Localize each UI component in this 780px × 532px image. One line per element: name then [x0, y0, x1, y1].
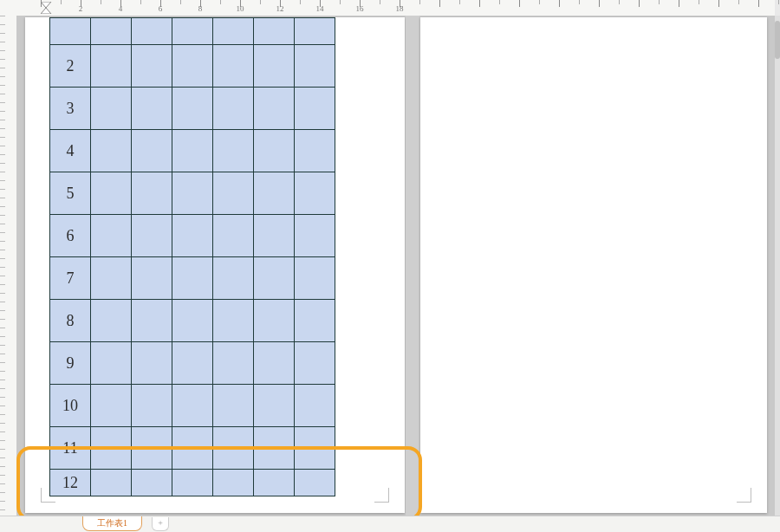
table-cell[interactable]: [213, 300, 254, 342]
page-2[interactable]: [420, 17, 767, 513]
row-header-cell[interactable]: 4: [50, 130, 91, 172]
table-cell[interactable]: [172, 257, 213, 300]
table-cell[interactable]: [172, 385, 213, 427]
table-cell[interactable]: [254, 427, 295, 470]
table-cell[interactable]: [295, 172, 335, 215]
table-cell[interactable]: [172, 172, 213, 215]
table-cell[interactable]: [295, 342, 335, 385]
table-cell[interactable]: [213, 215, 254, 257]
row-header-cell[interactable]: 9: [50, 342, 91, 385]
table-cell[interactable]: [254, 18, 295, 45]
table-cell[interactable]: [254, 342, 295, 385]
table-cell[interactable]: [91, 172, 132, 215]
row-header-cell[interactable]: 6: [50, 215, 91, 257]
table-cell[interactable]: [91, 130, 132, 172]
table-cell[interactable]: [213, 342, 254, 385]
table-row[interactable]: 6: [50, 215, 335, 257]
row-header-cell[interactable]: 8: [50, 300, 91, 342]
table-cell[interactable]: [213, 257, 254, 300]
table-row[interactable]: 12: [50, 470, 335, 496]
indent-marker-icon[interactable]: [41, 2, 53, 14]
table-cell[interactable]: [91, 342, 132, 385]
table-cell[interactable]: [213, 427, 254, 470]
row-header-cell[interactable]: 7: [50, 257, 91, 300]
table-row[interactable]: [50, 18, 335, 45]
table-cell[interactable]: [172, 18, 213, 45]
table-row[interactable]: 4: [50, 130, 335, 172]
table-cell[interactable]: [295, 300, 335, 342]
table-cell[interactable]: [254, 172, 295, 215]
table-row[interactable]: 2: [50, 45, 335, 88]
table-cell[interactable]: [295, 427, 335, 470]
table-cell[interactable]: [172, 88, 213, 130]
table-cell[interactable]: [213, 130, 254, 172]
table-cell[interactable]: [254, 215, 295, 257]
page-1[interactable]: ▾ 23456789101112: [25, 17, 405, 513]
table-cell[interactable]: [91, 427, 132, 470]
vertical-scrollbar[interactable]: [775, 16, 780, 516]
table-cell[interactable]: [254, 45, 295, 88]
table-cell[interactable]: [213, 470, 254, 496]
table-cell[interactable]: [132, 300, 172, 342]
table-cell[interactable]: [254, 470, 295, 496]
row-header-cell[interactable]: 2: [50, 45, 91, 88]
table-cell[interactable]: [132, 18, 172, 45]
table-cell[interactable]: [132, 130, 172, 172]
table-row[interactable]: 11: [50, 427, 335, 470]
row-header-cell[interactable]: 11: [50, 427, 91, 470]
table-row[interactable]: 7: [50, 257, 335, 300]
table-cell[interactable]: [172, 427, 213, 470]
table-row[interactable]: 3: [50, 88, 335, 130]
table-cell[interactable]: [254, 257, 295, 300]
row-header-cell[interactable]: 5: [50, 172, 91, 215]
table-cell[interactable]: [295, 18, 335, 45]
row-header-cell[interactable]: 12: [50, 470, 91, 496]
row-header-cell[interactable]: [50, 18, 91, 45]
table-cell[interactable]: [213, 45, 254, 88]
table-cell[interactable]: [91, 45, 132, 88]
table-row[interactable]: 10: [50, 385, 335, 427]
table-cell[interactable]: [132, 427, 172, 470]
table-cell[interactable]: [172, 130, 213, 172]
table-cell[interactable]: [295, 130, 335, 172]
table-cell[interactable]: [91, 18, 132, 45]
vertical-ruler[interactable]: [0, 0, 17, 516]
table-cell[interactable]: [254, 88, 295, 130]
table-cell[interactable]: [172, 300, 213, 342]
table-cell[interactable]: [91, 215, 132, 257]
table-cell[interactable]: [213, 172, 254, 215]
table-cell[interactable]: [132, 172, 172, 215]
table-cell[interactable]: [254, 300, 295, 342]
table-row[interactable]: 5: [50, 172, 335, 215]
scrollbar-thumb[interactable]: [775, 21, 780, 59]
table-cell[interactable]: [132, 45, 172, 88]
table-cell[interactable]: [254, 130, 295, 172]
table-cell[interactable]: [132, 257, 172, 300]
table-cell[interactable]: [172, 45, 213, 88]
table-cell[interactable]: [295, 257, 335, 300]
table-cell[interactable]: [132, 215, 172, 257]
table-cell[interactable]: [91, 470, 132, 496]
table-cell[interactable]: [132, 342, 172, 385]
table-cell[interactable]: [254, 385, 295, 427]
table-cell[interactable]: [213, 18, 254, 45]
table-cell[interactable]: [295, 88, 335, 130]
add-sheet-button[interactable]: +: [152, 517, 169, 531]
document-table[interactable]: 23456789101112: [49, 17, 335, 496]
table-row[interactable]: 8: [50, 300, 335, 342]
table-cell[interactable]: [132, 385, 172, 427]
table-cell[interactable]: [213, 385, 254, 427]
table-cell[interactable]: [91, 300, 132, 342]
table-row[interactable]: 9: [50, 342, 335, 385]
table-cell[interactable]: [91, 257, 132, 300]
table-cell[interactable]: [172, 342, 213, 385]
table-cell[interactable]: [295, 45, 335, 88]
table-cell[interactable]: [172, 215, 213, 257]
table-cell[interactable]: [132, 88, 172, 130]
row-header-cell[interactable]: 10: [50, 385, 91, 427]
table-cell[interactable]: [213, 88, 254, 130]
table-cell[interactable]: [172, 470, 213, 496]
table-cell[interactable]: [295, 470, 335, 496]
table-cell[interactable]: [295, 385, 335, 427]
sheet-tab[interactable]: 工作表1: [82, 516, 142, 531]
